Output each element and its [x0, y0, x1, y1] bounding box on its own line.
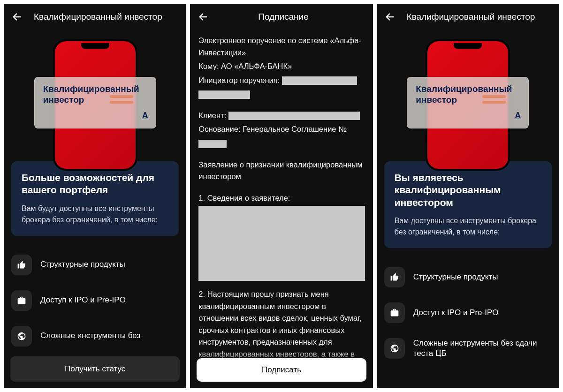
alpha-logo-icon: A	[515, 111, 521, 121]
thumbs-up-icon	[11, 255, 32, 275]
info-panel-text: Вам доступны все инструменты брокера без…	[395, 215, 541, 238]
list-item: Доступ к IPO и Pre-IPO	[384, 295, 552, 331]
alpha-logo-icon: A	[142, 111, 148, 121]
list-item: Сложные инструменты без	[11, 318, 179, 354]
info-panel-title: Больше возможностей для вашего портфеля	[22, 172, 168, 196]
info-panel: Вы являетесь квалифицированным инвесторо…	[384, 161, 552, 248]
document-content[interactable]: Электронное поручение по системе «Альфа-…	[190, 30, 373, 388]
statement-title: Заявление о признании квалифицированным …	[198, 159, 364, 183]
info-panel-title: Вы являетесь квалифицированным инвесторо…	[395, 172, 541, 209]
info-panel-text: Вам будут доступны все инструменты броке…	[22, 203, 168, 226]
feature-list: Структурные продукты Доступ к IPO и Pre-…	[4, 243, 186, 358]
feature-label: Доступ к IPO и Pre-IPO	[40, 295, 126, 305]
doc-line: Основание: Генеральное Соглашение №	[198, 123, 364, 136]
bottom-bar: Подписать	[190, 352, 373, 388]
list-item: Доступ к IPO и Pre-IPO	[11, 283, 179, 318]
header: Подписание	[190, 4, 373, 30]
list-item: Сложные инструменты без сдачи теста ЦБ	[384, 331, 552, 366]
screen-qualified-investor-confirmed: Квалифицированный инвестор Квалифицирова…	[377, 4, 559, 388]
list-item: Структурные продукты	[11, 247, 179, 283]
content: Квалифицированный инвестор A Больше возм…	[4, 30, 186, 388]
list-item: Структурные продукты	[384, 259, 552, 295]
doc-line: Электронное поручение по системе «Альфа-…	[198, 35, 364, 59]
feature-label: Сложные инструменты без сдачи теста ЦБ	[413, 338, 552, 359]
thumbs-up-icon	[384, 267, 405, 287]
globe-icon	[384, 338, 405, 359]
bottom-bar: Получить статус	[4, 350, 186, 388]
back-button[interactable]	[198, 11, 209, 23]
feature-label: Структурные продукты	[40, 259, 125, 270]
briefcase-icon	[11, 290, 32, 311]
back-button[interactable]	[384, 11, 396, 23]
arrow-left-icon	[12, 12, 22, 22]
get-status-button[interactable]: Получить статус	[10, 356, 180, 382]
redacted-value	[228, 112, 360, 120]
page-title: Квалифицированный инвестор	[34, 12, 162, 22]
feature-list: Структурные продукты Доступ к IPO и Pre-…	[377, 256, 559, 370]
redacted-value	[198, 140, 227, 148]
header: Квалифицированный инвестор	[4, 4, 186, 30]
doc-line: Клиент:	[198, 110, 364, 122]
feature-label: Сложные инструменты без	[40, 331, 140, 341]
feature-label: Структурные продукты	[413, 272, 498, 282]
redacted-value	[198, 90, 250, 99]
page-title: Квалифицированный инвестор	[407, 12, 535, 22]
sign-button[interactable]: Подписать	[197, 358, 366, 382]
page-title: Подписание	[220, 12, 346, 22]
qualified-card-badge: Квалифицированный инвестор A	[407, 77, 529, 128]
header: Квалифицированный инвестор	[377, 4, 559, 30]
doc-line: Кому: АО «АЛЬФА-БАНК»	[198, 60, 364, 73]
redacted-block	[198, 206, 365, 281]
globe-icon	[11, 326, 32, 347]
content: Квалифицированный инвестор A Вы являетес…	[377, 30, 559, 388]
hero-illustration: Квалифицированный инвестор A	[377, 30, 559, 138]
back-button[interactable]	[11, 11, 23, 23]
redacted-value	[282, 76, 357, 85]
feature-label: Доступ к IPO и Pre-IPO	[413, 308, 499, 318]
info-panel: Больше возможностей для вашего портфеля …	[11, 161, 179, 236]
qualified-card-badge: Квалифицированный инвестор A	[34, 77, 156, 128]
section-heading: 1. Сведения о заявителе:	[198, 192, 364, 204]
screen-signing: Подписание Электронное поручение по сист…	[190, 4, 373, 388]
hero-illustration: Квалифицированный инвестор A	[4, 30, 186, 138]
arrow-left-icon	[198, 12, 208, 22]
doc-line: Инициатор поручения:	[198, 75, 364, 87]
briefcase-icon	[384, 302, 405, 323]
arrow-left-icon	[385, 12, 395, 22]
screen-qualified-investor-offer: Квалифицированный инвестор Квалифицирова…	[4, 4, 186, 388]
